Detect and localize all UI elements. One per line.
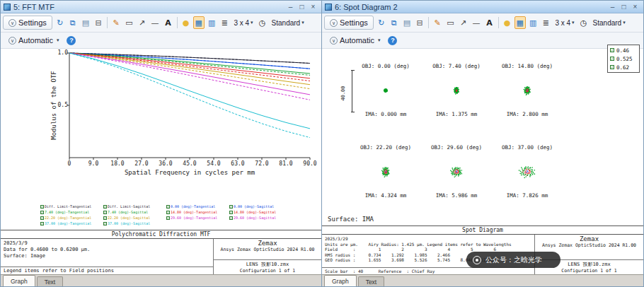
legend-checkbox-icon: ✓	[610, 57, 614, 61]
text-tool-icon[interactable]: A	[484, 16, 495, 29]
x-axis-label: Spatial Frequency in cycles per mm	[69, 169, 310, 176]
rectangle-tool-icon[interactable]: ▭	[123, 16, 134, 29]
clock-icon[interactable]: ◷	[578, 16, 590, 29]
arrow-tool-icon[interactable]: ↗	[458, 16, 469, 29]
tile-window-icon[interactable]: ▦	[514, 16, 526, 29]
legend-checkbox-icon: ✓	[610, 65, 614, 69]
pencil-annotation-icon[interactable]: ✎	[110, 16, 122, 29]
wavelength-item: ✓ 0.46	[610, 46, 637, 54]
lens-file-text: LENS 投影10.zmx	[214, 259, 321, 268]
spot-cluster	[421, 70, 492, 111]
legend-checkbox-icon: ✓	[229, 211, 233, 214]
standard-dropdown[interactable]: Standard▾	[270, 16, 306, 29]
minimize-button[interactable]: –	[607, 2, 618, 12]
help-icon[interactable]: ?	[388, 36, 397, 45]
x-tick-label: 81.0	[279, 160, 292, 167]
copy-clipboard-icon[interactable]: ⧉	[389, 16, 400, 29]
fft-mtf-titlebar[interactable]: 5: FFT MTF – □ ×	[1, 1, 321, 13]
dropdown-arrow-icon: ▾	[251, 20, 253, 25]
obj-angle-label: OBJ: 0.00 (deg)	[350, 63, 421, 70]
legend-label: 37.00 (deg)-Sagittal	[108, 221, 150, 226]
scale-axis	[352, 70, 352, 112]
legend-item: ✓29.60 (deg)-Tangential	[166, 216, 228, 220]
grid-size-dropdown[interactable]: 3 x 4▾	[553, 16, 576, 29]
grid-lines-icon[interactable]: ▥	[527, 16, 539, 29]
tab-text[interactable]: Text	[358, 276, 385, 286]
automatic-dropdown[interactable]: ∨ Automatic ▾	[3, 33, 64, 47]
legend-label: 22.20 (deg)-Sagittal	[108, 216, 150, 220]
arrow-tool-icon[interactable]: ↗	[137, 16, 148, 29]
wavelength-label: 0.62	[616, 64, 629, 71]
line-tool-icon[interactable]: —	[149, 16, 161, 29]
legend-item: ✓Diff. Limit-Tangential	[40, 204, 102, 209]
tab-text[interactable]: Text	[37, 276, 64, 286]
layers-icon[interactable]: ≣	[219, 16, 230, 29]
legend-item: ✓7.40 (deg)-Tangential	[40, 210, 102, 214]
clock-icon[interactable]: ◷	[257, 16, 268, 29]
lamp-icon[interactable]: ●	[180, 16, 192, 29]
tile-window-icon[interactable]: ▦	[193, 16, 205, 29]
legend-item: ✓22.20 (deg)-Tangential	[40, 216, 102, 220]
spot-field-cell: OBJ: 0.00 (deg)IMA: 0.000 mm	[350, 63, 421, 118]
legend-label: 22.20 (deg)-Tangential	[45, 216, 91, 220]
wavelength-label: 0.525	[616, 56, 633, 62]
refresh-icon[interactable]: ↻	[376, 16, 387, 29]
obj-angle-label: OBJ: 29.60 (deg)	[421, 144, 492, 151]
automatic-dropdown[interactable]: ∨ Automatic ▾	[324, 33, 386, 47]
legend-label: 7.40 (deg)-Tangential	[45, 210, 89, 214]
lamp-icon[interactable]: ●	[502, 16, 513, 29]
dropdown-arrow-icon: ▾	[572, 20, 575, 25]
legend-checkbox-icon: ✓	[40, 222, 44, 226]
units-airy-text: Units are μm. Airy Radius: 1.425 μm. Leg…	[325, 242, 531, 247]
text-tool-icon[interactable]: A	[163, 16, 174, 29]
close-button[interactable]: ×	[630, 2, 640, 12]
configuration-text: Configuration 1 of 1	[214, 268, 321, 274]
obj-angle-label: OBJ: 7.40 (deg)	[421, 63, 492, 70]
pencil-annotation-icon[interactable]: ✎	[432, 16, 443, 29]
dropdown-arrow-icon: ▾	[378, 37, 381, 43]
rectangle-tool-icon[interactable]: ▭	[444, 16, 456, 29]
minimize-button[interactable]: –	[285, 2, 296, 12]
copy-clipboard-icon[interactable]: ⧉	[67, 16, 79, 29]
legend-label: 0.00 (deg)-Tangential	[171, 204, 215, 209]
separator	[107, 17, 108, 28]
refresh-icon[interactable]: ↻	[54, 16, 66, 29]
print-icon[interactable]: ⊟	[93, 16, 104, 29]
grid-size-dropdown[interactable]: 3 x 4▾	[231, 16, 255, 29]
help-icon[interactable]: ?	[67, 36, 76, 45]
x-tick-label: 45.0	[183, 160, 196, 167]
grid-lines-icon[interactable]: ▥	[206, 16, 217, 29]
settings-button[interactable]: ∨ Settings	[3, 16, 52, 30]
print-icon[interactable]: ⊟	[414, 16, 425, 29]
obj-angle-label: OBJ: 14.80 (deg)	[492, 63, 563, 70]
x-tick-label: 63.0	[231, 160, 244, 167]
legend-label: 29.60 (deg)-Tangential	[171, 216, 217, 220]
maximize-button[interactable]: □	[619, 2, 629, 12]
mtf-content: Modulus of the OTF 1.00.5 09.018.027.036…	[1, 49, 321, 274]
legend-label: 14.80 (deg)-Sagittal	[234, 210, 276, 214]
x-tick-label: 9.0	[88, 160, 98, 167]
x-tick-label: 0	[68, 160, 71, 167]
surface-ima-label: Surface: IMA	[328, 216, 374, 223]
spot-cluster	[421, 151, 492, 192]
window-title: 5: FFT MTF	[13, 3, 282, 11]
x-tick-label: 54.0	[207, 160, 220, 167]
panel-fft-mtf: 5: FFT MTF – □ × ∨ Settings ↻⧉▤⊟✎▭↗—A●▦▥…	[1, 1, 322, 286]
chevron-down-icon: ∨	[330, 37, 338, 45]
tab-graph[interactable]: Graph	[324, 275, 357, 286]
save-image-icon[interactable]: ▤	[401, 16, 413, 29]
spot-grid: OBJ: 0.00 (deg)IMA: 0.000 mmOBJ: 7.40 (d…	[322, 49, 644, 226]
layers-icon[interactable]: ≣	[540, 16, 551, 29]
date-text: 2025/3/9	[4, 240, 210, 247]
spot-diagram-titlebar[interactable]: 6: Spot Diagram 2 – □ ×	[322, 1, 643, 13]
spot-field-cell: OBJ: 7.40 (deg)IMA: 1.375 mm	[421, 63, 492, 118]
close-button[interactable]: ×	[308, 2, 318, 12]
settings-button[interactable]: ∨ Settings	[324, 16, 374, 30]
field-legend: ✓Diff. Limit-Tangential✓Diff. Limit-Sagi…	[40, 204, 287, 226]
maximize-button[interactable]: □	[297, 2, 307, 12]
save-image-icon[interactable]: ▤	[80, 16, 91, 29]
standard-dropdown[interactable]: Standard▾	[591, 16, 628, 29]
line-tool-icon[interactable]: —	[471, 16, 483, 29]
legend-checkbox-icon: ✓	[40, 211, 44, 214]
tab-graph[interactable]: Graph	[3, 275, 35, 286]
